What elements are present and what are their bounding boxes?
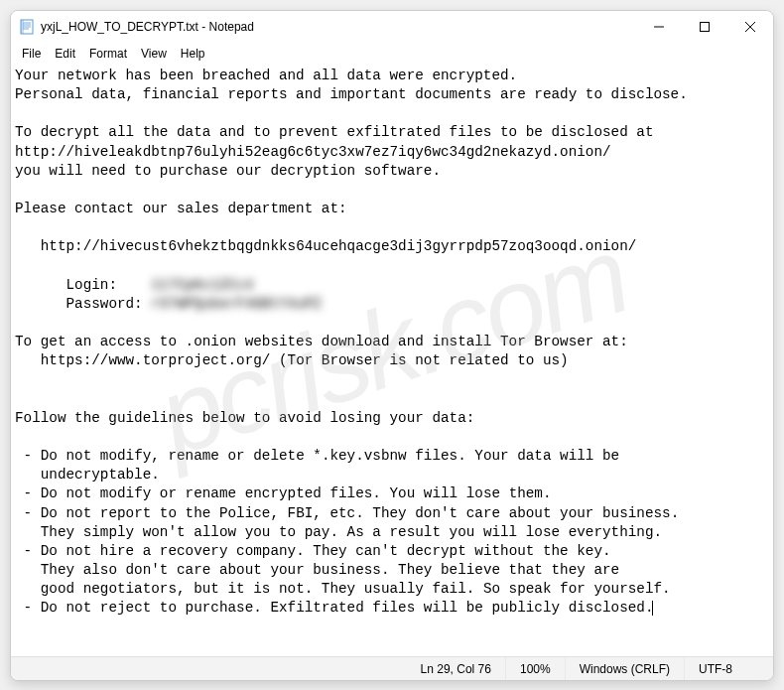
text-line: Personal data, financial reports and imp… (15, 86, 688, 102)
login-value: 117CpKc1ZCc4 (151, 277, 253, 293)
menu-edit[interactable]: Edit (48, 45, 82, 63)
text-line: - Do not modify, rename or delete *.key.… (15, 448, 619, 464)
text-caret (652, 601, 653, 616)
window-title: yxjL_HOW_TO_DECRYPT.txt - Notepad (41, 20, 636, 34)
login-label: Login: (15, 277, 151, 293)
text-line: you will need to purchase our decryption… (15, 163, 441, 179)
statusbar: Ln 29, Col 76 100% Windows (CRLF) UTF-8 (11, 656, 773, 680)
text-line: They also don't care about your business… (15, 562, 619, 578)
notepad-icon (19, 19, 35, 35)
text-line: - Do not hire a recovery company. They c… (15, 543, 611, 559)
status-position: Ln 29, Col 76 (407, 657, 505, 680)
text-line: - Do not reject to purchase. Exfiltrated… (15, 600, 653, 616)
menubar: File Edit Format View Help (11, 43, 773, 65)
menu-view[interactable]: View (134, 45, 174, 63)
notepad-window: yxjL_HOW_TO_DECRYPT.txt - Notepad File E… (10, 10, 774, 681)
text-line: Follow the guidelines below to avoid los… (15, 410, 474, 426)
password-label: Password: (15, 296, 151, 312)
text-line: https://www.torproject.org/ (Tor Browser… (15, 352, 569, 368)
password-value: r97WPQuberF4GBtY4uPZ (151, 296, 322, 312)
maximize-button[interactable] (682, 11, 727, 43)
text-line: - Do not report to the Police, FBI, etc.… (15, 505, 679, 521)
text-line: http://hiveleakdbtnp76ulyhi52eag6c6tyc3x… (15, 144, 611, 160)
text-line: undecryptable. (15, 467, 160, 483)
text-line: To decrypt all the data and to prevent e… (15, 124, 653, 140)
text-line: To get an access to .onion websites down… (15, 334, 628, 349)
menu-format[interactable]: Format (82, 45, 134, 63)
text-line: http://hivecust6vhekztbqgdnkks64ucehqacg… (15, 238, 636, 254)
window-controls (636, 11, 773, 43)
minimize-button[interactable] (636, 11, 682, 43)
svg-rect-5 (21, 20, 24, 34)
status-zoom: 100% (505, 657, 565, 680)
status-lineending: Windows (CRLF) (565, 657, 684, 680)
text-editor[interactable]: Your network has been breached and all d… (11, 65, 773, 656)
text-line: - Do not modify or rename encrypted file… (15, 485, 552, 501)
close-button[interactable] (727, 11, 773, 43)
text-line: good negotiators, but it is not. They us… (15, 581, 671, 597)
menu-help[interactable]: Help (174, 45, 212, 63)
status-encoding: UTF-8 (684, 657, 773, 680)
text-line: Please contact our sales department at: (15, 201, 347, 216)
svg-rect-7 (701, 23, 710, 32)
text-line: Your network has been breached and all d… (15, 68, 517, 83)
titlebar: yxjL_HOW_TO_DECRYPT.txt - Notepad (11, 11, 773, 43)
menu-file[interactable]: File (15, 45, 48, 63)
text-line: They simply won't allow you to pay. As a… (15, 524, 662, 540)
